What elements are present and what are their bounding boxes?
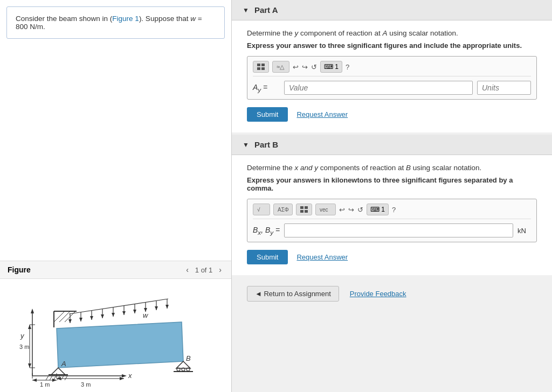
part-a-value-input[interactable] bbox=[284, 81, 473, 95]
svg-rect-68 bbox=[261, 67, 265, 70]
part-b-submit-button[interactable]: Submit bbox=[247, 250, 288, 264]
part-b-header[interactable]: ▼ Part B bbox=[232, 135, 552, 155]
svg-marker-3 bbox=[122, 374, 127, 377]
toolbar-b-vec-btn[interactable]: vec bbox=[315, 204, 336, 215]
part-b-label: Part B bbox=[254, 140, 278, 149]
svg-text:vec: vec bbox=[320, 207, 328, 213]
part-a-answer-box: ≈△ ↩ ↪ ↺ ⌨ 1 ? Ay = bbox=[247, 56, 537, 100]
figure-title: Figure bbox=[8, 265, 31, 274]
toolbar-help-btn[interactable]: ? bbox=[346, 63, 349, 71]
svg-text:x: x bbox=[128, 372, 132, 380]
svg-marker-35 bbox=[122, 311, 126, 315]
svg-line-46 bbox=[59, 311, 70, 322]
svg-marker-50 bbox=[51, 368, 65, 375]
toolbar-b-radical-btn[interactable]: √ bbox=[253, 204, 270, 215]
part-a-collapse-icon: ▼ bbox=[243, 6, 249, 14]
part-a-instruction: Express your answer to three significant… bbox=[247, 41, 537, 50]
part-b-input-row: Bx, By = kN bbox=[253, 223, 531, 237]
return-assignment-button[interactable]: ◄ Return to Assignment bbox=[247, 286, 339, 302]
svg-line-44 bbox=[69, 299, 168, 314]
svg-rect-67 bbox=[257, 67, 260, 70]
svg-rect-75 bbox=[305, 210, 308, 213]
part-a-section: ▼ Part A Determine the y component of re… bbox=[232, 0, 552, 132]
figure-nav: ‹ 1 of 1 › bbox=[184, 264, 224, 275]
figure-prev-button[interactable]: ‹ bbox=[184, 264, 191, 275]
svg-marker-9 bbox=[32, 379, 37, 382]
part-b-content: Determine the x and y components of reac… bbox=[232, 155, 552, 275]
part-a-request-button[interactable]: Request Answer bbox=[296, 110, 348, 118]
bottom-bar: ◄ Return to Assignment Provide Feedback bbox=[232, 277, 552, 310]
part-b-request-button[interactable]: Request Answer bbox=[296, 253, 348, 261]
provide-feedback-button[interactable]: Provide Feedback bbox=[350, 290, 406, 298]
part-a-units-input[interactable] bbox=[477, 81, 531, 95]
toolbar-b-help-btn[interactable]: ? bbox=[392, 206, 396, 214]
vec-icon: vec bbox=[319, 206, 332, 213]
toolbar-reset-btn[interactable]: ↺ bbox=[311, 63, 317, 71]
part-b-answer-box: √ ΑΣΦ bbox=[247, 199, 537, 242]
part-a-content: Determine the y component of reaction at… bbox=[232, 20, 552, 132]
symbol-icon: ≈△ bbox=[276, 63, 286, 71]
svg-rect-72 bbox=[300, 206, 303, 209]
part-b-input-label: Bx, By = bbox=[253, 226, 280, 236]
svg-marker-19 bbox=[28, 325, 31, 329]
toolbar-redo-btn[interactable]: ↪ bbox=[302, 63, 308, 71]
figure-next-button[interactable]: › bbox=[217, 264, 224, 275]
svg-marker-37 bbox=[133, 310, 136, 313]
svg-marker-25 bbox=[68, 319, 72, 323]
svg-text:≈△: ≈△ bbox=[277, 64, 285, 70]
svg-line-45 bbox=[54, 311, 65, 322]
right-panel: ▼ Part A Determine the y component of re… bbox=[232, 0, 552, 392]
svg-text:3 m: 3 m bbox=[19, 344, 29, 350]
toolbar-matrix-btn[interactable] bbox=[253, 61, 269, 73]
svg-rect-65 bbox=[257, 64, 260, 66]
svg-marker-33 bbox=[112, 313, 115, 317]
part-b-collapse-icon: ▼ bbox=[243, 141, 249, 149]
svg-marker-43 bbox=[165, 305, 169, 309]
part-a-toolbar: ≈△ ↩ ↪ ↺ ⌨ 1 ? bbox=[253, 61, 531, 76]
part-b-actions: Submit Request Answer bbox=[247, 250, 537, 264]
toolbar-symbol-btn[interactable]: ≈△ bbox=[272, 61, 289, 73]
svg-line-52 bbox=[46, 376, 49, 380]
radical-icon: √ bbox=[257, 206, 266, 213]
part-b-unit-label: kN bbox=[518, 227, 531, 235]
figure-section: Figure ‹ 1 of 1 › y x bbox=[0, 261, 231, 392]
toolbar-b-symbol-btn[interactable]: ΑΣΦ bbox=[273, 204, 293, 215]
svg-marker-2 bbox=[31, 309, 34, 313]
svg-marker-41 bbox=[155, 306, 158, 310]
part-a-input-label: Ay = bbox=[253, 83, 280, 93]
problem-statement: Consider the beam shown in (Figure 1). S… bbox=[6, 6, 225, 39]
toolbar-b-keyboard-btn[interactable]: ⌨ 1 bbox=[367, 204, 389, 215]
matrix-icon bbox=[257, 63, 265, 71]
toolbar-b-redo-btn[interactable]: ↪ bbox=[348, 206, 354, 214]
toolbar-b-reset-btn[interactable]: ↺ bbox=[357, 206, 363, 214]
svg-text:y: y bbox=[20, 332, 25, 340]
part-a-description: Determine the y component of reaction at… bbox=[247, 29, 537, 37]
part-b-toolbar: √ ΑΣΦ bbox=[253, 204, 531, 219]
svg-text:w: w bbox=[143, 311, 149, 319]
part-a-submit-button[interactable]: Submit bbox=[247, 107, 288, 122]
svg-text:1 m: 1 m bbox=[40, 381, 50, 387]
svg-text:√: √ bbox=[257, 207, 260, 213]
part-a-header[interactable]: ▼ Part A bbox=[232, 0, 552, 20]
svg-marker-20 bbox=[28, 363, 31, 368]
svg-text:A: A bbox=[61, 360, 66, 368]
svg-text:B: B bbox=[186, 354, 191, 362]
problem-text-2: ). Suppose that bbox=[139, 15, 190, 23]
svg-rect-73 bbox=[305, 206, 308, 209]
figure-nav-text: 1 of 1 bbox=[195, 266, 213, 274]
toolbar-keyboard-btn[interactable]: ⌨ 1 bbox=[320, 61, 342, 73]
svg-line-53 bbox=[50, 376, 52, 380]
toolbar-undo-btn[interactable]: ↩ bbox=[293, 63, 299, 71]
greek-icon: ΑΣΦ bbox=[277, 206, 289, 213]
svg-rect-66 bbox=[261, 64, 265, 66]
figure-link[interactable]: Figure 1 bbox=[112, 15, 139, 23]
part-b-value-input[interactable] bbox=[284, 223, 513, 237]
toolbar-b-undo-btn[interactable]: ↩ bbox=[339, 206, 345, 214]
beam-diagram: y x 1 m 3 m bbox=[16, 284, 210, 387]
svg-rect-74 bbox=[300, 210, 303, 213]
left-panel: Consider the beam shown in (Figure 1). S… bbox=[0, 0, 232, 392]
part-b-description: Determine the x and y components of reac… bbox=[247, 164, 537, 172]
svg-text:ΑΣΦ: ΑΣΦ bbox=[278, 207, 289, 213]
part-b-instruction: Express your answers in kilonewtons to t… bbox=[247, 176, 537, 192]
toolbar-b-matrix-btn[interactable] bbox=[296, 204, 312, 215]
